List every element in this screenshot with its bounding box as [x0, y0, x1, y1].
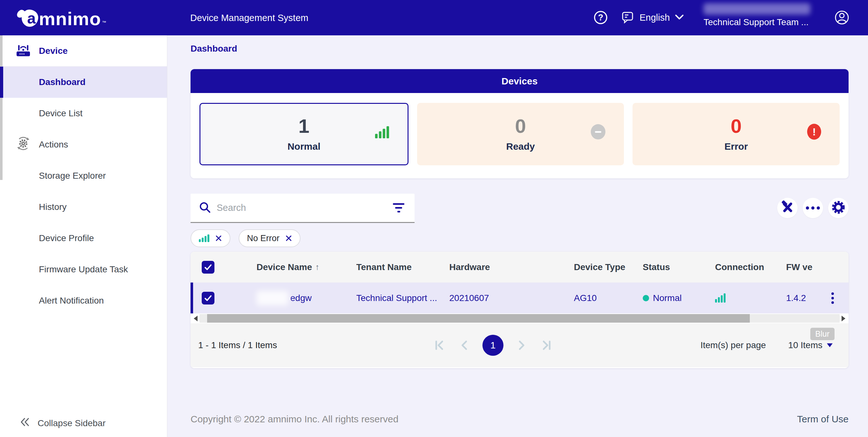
avatar-icon[interactable] [834, 10, 849, 25]
more-actions-button[interactable] [803, 198, 823, 218]
settings-button[interactable] [828, 198, 848, 218]
sidebar: Device Dashboard Device List Actions Sto… [0, 35, 167, 437]
sidebar-item-device-profile[interactable]: Device Profile [0, 223, 167, 254]
sidebar-item-label: Firmware Update Task [39, 264, 128, 275]
cell-device-name[interactable]: edgw [245, 291, 356, 306]
svg-text:?: ? [598, 13, 603, 22]
tools-button[interactable] [777, 198, 798, 218]
scroll-left-arrow[interactable] [194, 316, 197, 321]
active-filter-chips: No Error [191, 229, 301, 247]
sidebar-item-dashboard[interactable]: Dashboard [0, 67, 167, 98]
pager: 1 [433, 335, 553, 356]
language-selector[interactable]: English [621, 0, 684, 35]
filter-chip-no-error[interactable]: No Error [239, 229, 301, 247]
sidebar-item-label: Actions [39, 139, 68, 150]
column-header-tenant-name[interactable]: Tenant Name [356, 262, 449, 272]
blur-badge: Blur [810, 328, 835, 340]
devices-summary-panel: Devices 1 Normal 0 Ready 0 Error ! [191, 69, 848, 178]
sidebar-item-label: Alert Notification [39, 295, 104, 306]
status-normal-dot [643, 295, 649, 301]
sidebar-item-label: Device [39, 46, 67, 56]
language-label: English [640, 12, 670, 23]
device-status-cards: 1 Normal 0 Ready 0 Error ! [191, 93, 848, 165]
scrollbar-thumb[interactable] [207, 314, 750, 323]
sidebar-item-alert-notification[interactable]: Alert Notification [0, 285, 167, 316]
amnimo-logo-mark: a [17, 7, 39, 27]
cell-hardware: 20210607 [449, 293, 574, 303]
close-icon[interactable] [285, 235, 292, 242]
cell-fw-version: 1.4.2 [786, 293, 816, 303]
items-per-page-select[interactable]: 10 Items [788, 340, 833, 350]
sidebar-item-storage-explorer[interactable]: Storage Explorer [0, 160, 167, 191]
current-page-button[interactable]: 1 [483, 335, 503, 356]
horizontal-scrollbar [191, 313, 848, 323]
sidebar-item-label: Dashboard [39, 77, 85, 87]
sidebar-item-actions[interactable]: Actions [0, 129, 167, 160]
scroll-right-arrow[interactable] [842, 316, 845, 321]
sidebar-item-firmware-update-task[interactable]: Firmware Update Task [0, 254, 167, 285]
column-header-hardware[interactable]: Hardware [449, 262, 574, 272]
error-count: 0 [731, 116, 742, 136]
row-menu-icon[interactable] [830, 290, 836, 306]
cell-connection [715, 293, 786, 303]
main-content: Dashboard Devices 1 Normal 0 Ready 0 Err… [167, 35, 868, 437]
ready-count: 0 [515, 116, 526, 136]
first-page-icon[interactable] [433, 338, 446, 352]
sidebar-item-history[interactable]: History [0, 191, 167, 223]
ready-label: Ready [506, 141, 535, 152]
filter-chip-label: No Error [247, 233, 279, 243]
table-header-row: Device Name ↑ Tenant Name Hardware Devic… [191, 252, 848, 283]
normal-count: 1 [299, 116, 309, 136]
scrollbar-track[interactable] [199, 314, 840, 323]
sidebar-item-device-list[interactable]: Device List [0, 98, 167, 129]
items-per-page: Item(s) per page 10 Items [701, 340, 833, 350]
help-icon[interactable]: ? [593, 10, 608, 25]
breadcrumb[interactable]: Dashboard [191, 44, 237, 54]
router-icon [16, 43, 31, 59]
sidebar-item-device[interactable]: Device [0, 35, 167, 67]
column-header-status[interactable]: Status [643, 262, 715, 272]
logo-text: mnimo [39, 10, 101, 27]
column-header-device-type[interactable]: Device Type [574, 262, 643, 272]
minus-circle-icon [591, 124, 606, 139]
column-header-connection[interactable]: Connection [715, 262, 786, 272]
page-footer: Copyright © 2022 amnimo Inc. All rights … [191, 414, 848, 425]
gear-icon [831, 200, 846, 216]
sync-gear-icon [16, 136, 31, 153]
logo-letter-a: a [27, 11, 36, 26]
devices-panel-title: Devices [191, 69, 848, 93]
filter-chip-connection[interactable] [191, 229, 230, 247]
collapse-sidebar-button[interactable]: Collapse Sidebar [19, 416, 105, 430]
cell-status: Normal [643, 293, 715, 303]
dropdown-triangle-icon [827, 343, 833, 347]
signal-bars-icon [375, 126, 389, 138]
table-row[interactable]: edgw Technical Support ... 20210607 AG10… [191, 283, 848, 313]
select-all-checkbox[interactable] [202, 261, 214, 274]
error-devices-card[interactable]: 0 Error ! [632, 103, 840, 165]
copyright-text: Copyright © 2022 amnimo Inc. All rights … [191, 414, 398, 425]
normal-label: Normal [287, 141, 320, 152]
items-summary: 1 - 1 Items / 1 Items [198, 340, 277, 350]
collapse-sidebar-label: Collapse Sidebar [38, 418, 105, 428]
cell-tenant-name[interactable]: Technical Support ... [356, 293, 449, 303]
row-checkbox[interactable] [202, 292, 214, 305]
ready-devices-card[interactable]: 0 Ready [417, 103, 624, 165]
amnimo-logo[interactable]: a mnimo ™ [17, 7, 106, 27]
column-header-fw-version[interactable]: FW ve [786, 262, 816, 272]
top-bar: a mnimo ™ Device Management System ? Eng… [0, 0, 868, 35]
normal-devices-card[interactable]: 1 Normal [199, 103, 408, 165]
last-page-icon[interactable] [540, 338, 553, 352]
previous-page-icon[interactable] [459, 338, 470, 352]
chevron-down-icon [675, 14, 684, 22]
status-badge: Normal [653, 293, 682, 303]
next-page-icon[interactable] [516, 338, 527, 352]
user-info[interactable]: Technical Support Team ... [704, 3, 818, 27]
column-header-device-name[interactable]: Device Name ↑ [245, 262, 356, 272]
sidebar-item-label: Storage Explorer [39, 171, 106, 181]
alert-circle-icon: ! [807, 124, 821, 140]
signal-bars-icon [199, 235, 209, 242]
term-of-use-link[interactable]: Term of Use [797, 414, 848, 425]
close-icon[interactable] [215, 235, 222, 242]
items-per-page-label: Item(s) per page [701, 340, 766, 350]
double-chevron-left-icon [19, 416, 31, 430]
